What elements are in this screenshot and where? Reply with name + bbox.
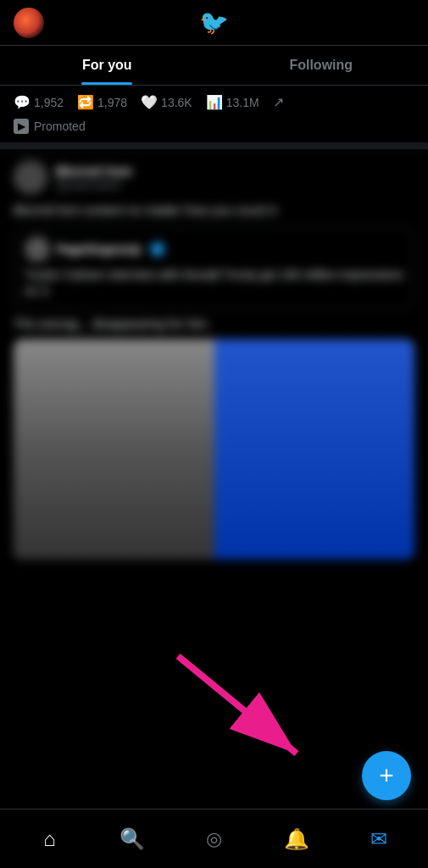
home-icon: ⌂	[43, 827, 56, 851]
tab-for-you[interactable]: For you	[0, 46, 214, 85]
nested-avatar	[25, 236, 50, 262]
tweet-username: Blurred User	[56, 164, 414, 178]
promoted-row: ▶ Promoted	[0, 115, 428, 142]
nested-user-row: PageSixgossip	[25, 236, 403, 262]
tweet-image-left	[14, 339, 214, 559]
tweet-avatar	[14, 160, 47, 194]
views-count: 13.1M	[226, 96, 259, 109]
promoted-label: Promoted	[34, 120, 86, 133]
nav-search[interactable]: 🔍	[111, 818, 153, 860]
heart-icon: 🤍	[141, 94, 158, 110]
tweet-stats-bar: 💬 1,952 🔁 1,978 🤍 13.6K 📊 13.1M ↗	[0, 86, 428, 115]
nav-home[interactable]: ⌂	[29, 818, 71, 860]
nested-tweet-text: Tucker Carlson interview with Donald Tru…	[25, 267, 403, 300]
compose-icon: +	[379, 761, 394, 790]
nav-messages[interactable]: ✉	[358, 818, 400, 860]
feed-tabs: For you Following	[0, 46, 428, 86]
verified-badge	[151, 242, 164, 256]
app-header: 🐦	[0, 0, 428, 46]
blurred-feed: Blurred User @username Blurred text cont…	[0, 149, 428, 576]
views-stat[interactable]: 📊 13.1M	[206, 94, 259, 110]
compose-tweet-button[interactable]: +	[362, 751, 411, 800]
comment-count: 1,952	[34, 96, 64, 109]
comment-icon: 💬	[14, 94, 31, 110]
tweet-user-info: Blurred User @username	[56, 164, 414, 192]
twitter-logo: 🐦	[199, 8, 229, 36]
tweet-user-row: Blurred User @username	[14, 160, 414, 194]
tweet-below-text: The averag... disappearing for him.	[14, 316, 414, 331]
tweet-image	[14, 339, 414, 559]
retweet-count: 1,978	[97, 96, 127, 109]
nav-notifications[interactable]: 🔔	[275, 818, 318, 860]
retweet-stat[interactable]: 🔁 1,978	[77, 94, 127, 110]
svg-line-1	[178, 656, 297, 754]
tweet-image-right	[214, 339, 415, 559]
nav-grok[interactable]: ◎	[193, 818, 236, 860]
comment-stat[interactable]: 💬 1,952	[14, 94, 64, 110]
share-icon: ↗	[273, 94, 284, 110]
like-stat[interactable]: 🤍 13.6K	[141, 94, 192, 110]
tweet-text: Blurred text content no matter how you c…	[14, 201, 414, 220]
messages-icon: ✉	[370, 827, 387, 851]
search-icon: 🔍	[120, 827, 145, 851]
bell-icon: 🔔	[284, 827, 309, 851]
tweet-handle: @username	[56, 178, 414, 192]
views-icon: 📊	[206, 94, 223, 110]
share-stat[interactable]: ↗	[273, 94, 284, 110]
pointer-arrow	[153, 639, 322, 766]
nested-tweet: PageSixgossip Tucker Carlson interview w…	[14, 227, 414, 309]
promoted-icon: ▶	[14, 119, 29, 134]
nested-username: PageSixgossip	[57, 242, 142, 256]
section-divider	[0, 142, 428, 149]
like-count: 13.6K	[161, 96, 192, 109]
retweet-icon: 🔁	[77, 94, 94, 110]
user-avatar[interactable]	[14, 8, 44, 38]
grok-icon: ◎	[206, 828, 222, 850]
bottom-navigation: ⌂ 🔍 ◎ 🔔 ✉	[0, 809, 428, 868]
tab-following[interactable]: Following	[214, 46, 429, 85]
